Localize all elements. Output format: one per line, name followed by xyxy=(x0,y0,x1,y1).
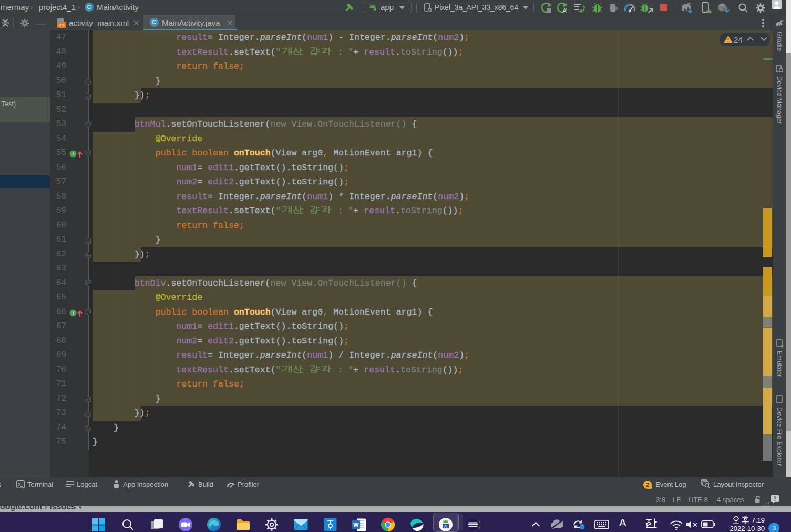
svg-text:A: A xyxy=(562,7,567,14)
svg-text:I: I xyxy=(73,310,74,316)
svg-text:<>: <> xyxy=(59,23,65,28)
svg-text:AI: AI xyxy=(444,525,448,528)
svg-text:I: I xyxy=(73,151,74,157)
svg-text:W: W xyxy=(353,521,359,528)
